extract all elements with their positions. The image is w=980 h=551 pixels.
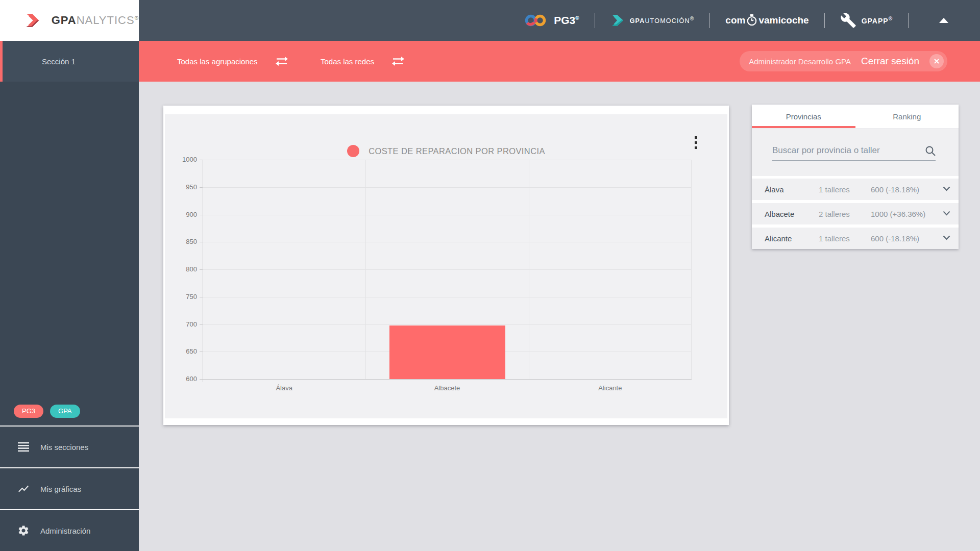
chart-line-icon [17,483,30,495]
chart-title-row: COSTE DE REPARACION POR PROVINCIA [163,145,729,157]
province-talleres: 1 talleres [819,234,871,243]
header-separator [709,13,710,28]
y-tick-label: 950 [163,183,197,191]
sidebar-item-mis-graficas[interactable]: Mis gráficas [0,467,139,509]
sidebar-item-mis-secciones[interactable]: Mis secciones [0,425,139,467]
y-tick-label: 700 [163,320,197,328]
automocion-arrow-icon [610,14,625,27]
redes-filter[interactable]: Todas las redes [321,41,405,82]
agrupaciones-filter[interactable]: Todas las agrupaciones [177,41,288,82]
gridline [203,215,692,215]
sidebar-item-seccion-1[interactable]: Sección 1 [0,41,139,82]
province-name: Álava [765,185,819,194]
province-talleres: 1 talleres [819,185,871,194]
y-tick [200,324,203,325]
sidebar-item-administracion[interactable]: Administración [0,509,139,551]
comeva-suffix: vamicoche [758,15,808,26]
brand-logo: GPANALYTICS® [0,0,139,41]
y-tick-label: 850 [163,238,197,245]
tab-provincias[interactable]: Provincias [752,105,855,128]
automocion-label: GPAUTOMOCIÓN® [630,16,695,24]
comevamicoche-logo: com vamicoche [725,14,808,27]
province-name: Alicante [765,234,819,243]
sidebar-menu: Mis secciones Mis gráficas Administració… [0,425,139,551]
gridline [203,242,692,242]
y-tick-label: 900 [163,211,197,218]
gridline [203,269,692,270]
logout-icon[interactable] [929,54,944,68]
chevron-down-icon[interactable] [943,186,950,191]
sidebar: Sección 1 PG3 GPA Mis secciones Mis gráf [0,41,139,551]
pg3-infinity-icon [524,13,548,28]
user-name: Administrador Desarrollo GPA [749,57,851,66]
list-icon [17,441,30,453]
redes-label: Todas las redes [321,57,374,66]
y-tick [200,297,203,297]
gpapp-label: GPAPP® [862,16,893,25]
tab-ranking[interactable]: Ranking [855,105,959,128]
x-category-label: Álava [233,384,335,392]
province-row-álava[interactable]: Álava1 talleres600 (-18.18%) [752,179,959,200]
menu-item-label: Administración [40,527,90,535]
province-name: Albacete [765,210,819,218]
gear-icon [17,524,30,537]
y-tick-label: 1000 [163,156,197,163]
x-category-label: Albacete [396,384,498,392]
gridline [203,297,692,297]
header-separator [824,13,825,28]
swap-icon [275,56,288,66]
collapse-header-button[interactable] [939,18,948,23]
sidebar-badges: PG3 GPA [14,405,80,418]
top-header: PG3® GPAUTOMOCIÓN® com vamicoche [139,0,980,41]
chart-card: COSTE DE REPARACION POR PROVINCIA 100095… [163,106,729,425]
gridline-vertical [365,160,366,379]
y-tick [200,160,203,160]
province-row-alicante[interactable]: Alicante1 talleres600 (-18.18%) [752,228,959,249]
pg3-logo: PG3® [524,13,579,28]
province-row-albacete[interactable]: Albacete2 talleres1000 (+36.36%) [752,203,959,224]
menu-item-label: Mis gráficas [40,485,81,493]
agrupaciones-label: Todas las agrupaciones [177,57,258,66]
y-tick [200,187,203,188]
chevron-down-icon[interactable] [943,235,950,240]
brand-name: GPANALYTICS® [52,14,139,27]
filter-toolbar: Todas las agrupaciones Todas las redes A… [139,41,980,82]
y-tick [200,242,203,242]
y-tick [200,269,203,270]
clock-icon [746,14,757,27]
y-tick-label: 650 [163,347,197,355]
user-session-pill: Administrador Desarrollo GPA Cerrar sesi… [740,51,947,71]
y-axis-line [203,160,203,382]
logout-button[interactable]: Cerrar sesión [861,56,919,67]
gpautomocion-logo: GPAUTOMOCIÓN® [610,14,695,27]
pg3-badge[interactable]: PG3 [14,405,43,418]
chart-title: COSTE DE REPARACION POR PROVINCIA [369,146,545,156]
gridline [203,324,692,325]
gridline-vertical [691,160,692,379]
pg3-label: PG3® [554,14,579,27]
main-content: COSTE DE REPARACION POR PROVINCIA 100095… [139,82,980,551]
app-root: GPANALYTICS® PG3® GPAUTOMOCIÓN® com [0,0,980,551]
chart-menu-button[interactable] [695,134,697,152]
panel-search [752,129,959,176]
y-tick [200,215,203,215]
chevron-down-icon[interactable] [943,211,950,216]
province-value: 600 (-18.18%) [871,185,919,194]
y-tick [200,352,203,352]
legend-dot[interactable] [347,145,359,157]
province-talleres: 2 talleres [819,210,871,218]
y-tick [200,379,203,380]
gpapp-logo: GPAPP® [840,12,893,29]
header-separator [595,13,595,28]
panel-tabs: Provincias Ranking [752,105,959,129]
province-list: Álava1 talleres600 (-18.18%)Albacete2 ta… [752,176,959,249]
swap-icon [391,56,405,66]
y-tick-label: 800 [163,265,197,273]
gpa-badge[interactable]: GPA [50,405,80,418]
gpa-arrow-icon [24,10,42,31]
gridline [203,160,692,160]
search-input[interactable] [772,145,936,161]
bar-albacete[interactable] [389,325,505,379]
comeva-prefix: com [725,15,745,26]
province-value: 600 (-18.18%) [871,234,919,243]
